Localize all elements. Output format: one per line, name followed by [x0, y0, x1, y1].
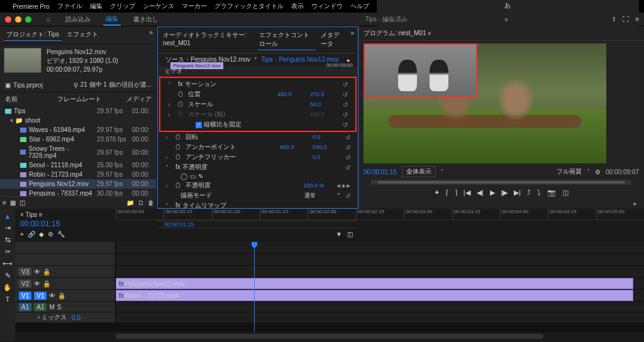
bin-row[interactable]: Star - 6962.mp423.976 fps00:00:	[0, 135, 157, 144]
mix-label[interactable]: ミックス	[42, 314, 67, 321]
bin-row[interactable]: Robin - 21723.mp429.97 fps00:00:	[0, 170, 157, 179]
go-in-icon[interactable]: |◀	[464, 189, 470, 197]
menu-clip[interactable]: クリップ	[110, 2, 135, 11]
tab-audio-mixer[interactable]: オーディオトラックミキサー: nest_M01	[162, 30, 254, 50]
col-name[interactable]: 名前	[5, 95, 18, 104]
aspect-lock-checkbox[interactable]: ✓	[196, 122, 202, 128]
tab-effects[interactable]: エフェクト	[64, 29, 101, 41]
mix-value[interactable]: 0.0	[72, 314, 80, 321]
new-item-icon[interactable]: 🗋	[138, 199, 144, 206]
status-wifi-icon[interactable]: ᯤ	[504, 16, 511, 23]
tab-program[interactable]: プログラム: nest_M01	[364, 30, 426, 36]
app-name[interactable]: Premiere Pro	[13, 3, 50, 10]
keyframe-icon[interactable]: Ö	[175, 154, 180, 161]
solo-icon[interactable]: S	[57, 304, 62, 311]
keyframe-icon[interactable]: Ö	[175, 144, 180, 151]
go-out-icon[interactable]: ▶|	[514, 189, 521, 197]
motion-header[interactable]: fx モーション	[178, 80, 338, 89]
status-input-icon[interactable]: あ	[504, 1, 511, 10]
anchor-x[interactable]: 960.0	[280, 144, 308, 150]
step-back-icon[interactable]: ◀|	[477, 189, 484, 197]
maximize-icon[interactable]	[25, 16, 31, 23]
track-select-icon[interactable]: ⇥	[5, 224, 11, 232]
toggle-track-icon[interactable]: 👁	[34, 280, 40, 287]
timeline-h-scroll[interactable]	[15, 332, 644, 341]
lift-icon[interactable]: ⤴	[527, 189, 531, 197]
close-icon[interactable]	[5, 16, 11, 23]
position-x[interactable]: 480.0	[277, 91, 305, 97]
settings-icon[interactable]: ⚙	[48, 231, 53, 238]
reset-icon[interactable]: ↺	[345, 134, 350, 141]
minimize-icon[interactable]	[15, 16, 21, 23]
chevron-down-icon[interactable]: ˅	[337, 192, 340, 199]
reset-icon[interactable]: ↺	[345, 192, 350, 199]
freeform-view-icon[interactable]: ◫	[19, 199, 25, 206]
tab-effect-controls[interactable]: エフェクトコントロール	[258, 30, 316, 50]
project-bin[interactable]: Tips29.97 fps01:00: ▾ 📁shoot Waves - 619…	[0, 106, 157, 196]
ripple-tool-icon[interactable]: ⇆	[5, 236, 11, 244]
bin-row[interactable]: Waves - 61949.mp429.97 fps00:00:	[0, 125, 157, 135]
mask-pen-icon[interactable]: ✎	[198, 173, 203, 180]
new-bin-icon[interactable]: 📁	[126, 199, 134, 206]
fullscreen-icon[interactable]: ⛶	[623, 16, 629, 23]
kf-nav-icon[interactable]: ◀ ◆ ▶	[336, 183, 350, 189]
opacity-value[interactable]: 100.0 %	[304, 182, 331, 189]
timeline-clip-v1[interactable]: fxRobin - 21723.mp4	[116, 290, 633, 301]
quality-select[interactable]: フル画質	[557, 167, 582, 176]
keyframe-icon[interactable]: Ö	[175, 182, 180, 189]
home-button[interactable]: ⌂	[44, 14, 53, 24]
workspace-export[interactable]: 書き出し	[131, 14, 161, 25]
selection-tool-icon[interactable]: ▲	[4, 212, 11, 220]
disclosure-icon[interactable]: ›	[168, 111, 173, 118]
menu-edit[interactable]: 編集	[90, 2, 103, 11]
chevron-down-icon[interactable]: ˅	[254, 57, 257, 63]
track-v3[interactable]: V3	[19, 268, 31, 276]
play-icon[interactable]: ▶	[490, 189, 495, 197]
reset-icon[interactable]: ↺	[343, 91, 348, 98]
razor-tool-icon[interactable]: ✂	[5, 248, 11, 256]
track-v2[interactable]: V2	[19, 280, 31, 288]
menu-graphics[interactable]: グラフィックとタイトル	[214, 2, 284, 11]
tab-project[interactable]: プロジェクト: Tips	[4, 29, 62, 41]
mark-out-icon[interactable]: ⌉	[455, 189, 457, 197]
disclosure-icon[interactable]: ˅	[168, 81, 173, 88]
mask-ellipse-icon[interactable]: ◯	[180, 173, 187, 180]
trash-icon[interactable]: 🗑	[148, 199, 154, 206]
add-marker-icon[interactable]: ✦	[434, 189, 440, 197]
panel-menu-icon[interactable]: »	[149, 29, 153, 41]
list-view-icon[interactable]: ≡	[3, 199, 6, 206]
disclosure-icon[interactable]: ›	[165, 134, 170, 141]
menu-help[interactable]: ヘルプ	[350, 2, 369, 11]
track-a1[interactable]: A1	[34, 303, 47, 311]
export-frame-icon[interactable]: 📷	[547, 189, 556, 197]
scale-value[interactable]: 50.0	[310, 101, 338, 108]
pen-tool-icon[interactable]: ✎	[5, 272, 11, 280]
window-traffic-lights[interactable]	[5, 16, 31, 23]
program-scrubber[interactable]	[371, 180, 631, 185]
bin-row[interactable]: Snowy Trees - 7328.mp429.97 fps00:00:	[0, 144, 157, 160]
menu-window[interactable]: ウィンドウ	[311, 2, 343, 11]
col-framerate[interactable]: フレームレート	[57, 95, 101, 104]
mask-rect-icon[interactable]: ▭	[190, 173, 196, 180]
toggle-track-icon[interactable]: 👁	[34, 268, 40, 275]
source-v1[interactable]: V1	[19, 292, 31, 300]
lock-icon[interactable]: 🔒	[43, 280, 50, 287]
settings-icon[interactable]: ⚙	[595, 168, 601, 175]
mute-icon[interactable]: M	[49, 304, 54, 311]
keyframe-icon[interactable]: Ö	[175, 134, 180, 141]
opacity-header[interactable]: fx 不透明度	[175, 163, 340, 172]
keyframe-icon[interactable]: Ö	[178, 101, 183, 108]
panel-menu-icon[interactable]: »	[350, 30, 354, 50]
disclosure-icon[interactable]: ›	[165, 182, 170, 189]
bin-row[interactable]: ▾ 📁shoot	[0, 116, 157, 125]
menu-sequence[interactable]: シーケンス	[143, 2, 174, 11]
clip-thumbnail[interactable]	[4, 48, 42, 73]
reset-icon[interactable]: ↺	[345, 154, 350, 161]
playhead[interactable]	[254, 242, 255, 332]
timeline-timecode[interactable]: 00:00:01:15	[20, 219, 111, 228]
toggle-track-icon[interactable]: 👁	[49, 292, 55, 299]
menu-view[interactable]: 表示	[291, 2, 304, 11]
bin-row[interactable]: Seoul - 21118.mp425.00 fps00:00:	[0, 160, 157, 170]
type-tool-icon[interactable]: T	[6, 295, 10, 303]
reset-icon[interactable]: ↺	[345, 164, 350, 171]
